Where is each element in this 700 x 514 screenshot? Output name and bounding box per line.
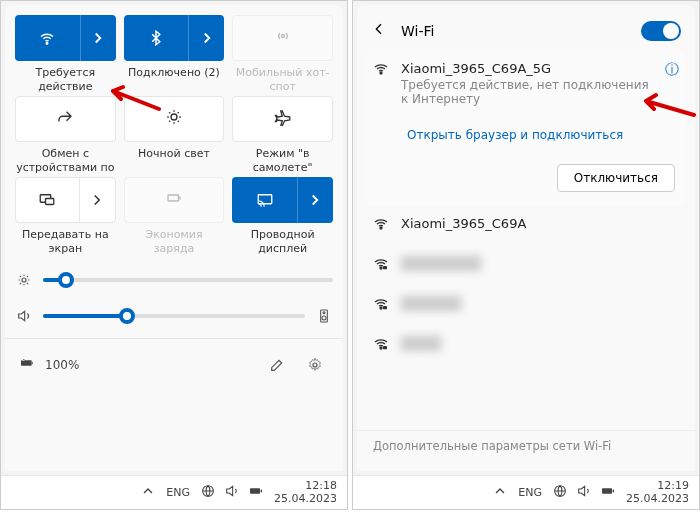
wifi-signal-lock-icon [373,336,389,356]
wifi-title: Wi-Fi [401,23,627,39]
cast-expand[interactable] [297,177,333,223]
language-indicator[interactable]: ENG [518,486,542,499]
network-item-current[interactable]: Xiaomi_3965_C69A_5G Требуется действие, … [367,51,685,206]
taskbar-left: ENG 12:18 25.04.2023 [1,475,347,509]
network-name: ████ [401,336,441,351]
svg-rect-5 [168,195,179,201]
network-tray-icon [552,483,568,502]
battery-saver-tile[interactable] [124,177,225,223]
clock[interactable]: 12:19 25.04.2023 [626,480,689,504]
audio-output-button[interactable] [315,308,333,324]
wifi-header: Wi-Fi [367,15,685,51]
brightness-track[interactable] [43,278,333,282]
nearby-share-tile[interactable] [15,96,116,142]
network-name: ██████ [401,296,461,311]
project-tile[interactable] [15,177,116,223]
clock[interactable]: 12:18 25.04.2023 [274,480,337,504]
quick-settings-body: Требуется действие Подключено (2) Мобиль… [5,5,343,471]
network-item[interactable]: ████████ [367,246,685,286]
svg-rect-25 [613,490,614,493]
brightness-thumb[interactable] [58,272,74,288]
svg-rect-20 [383,306,387,309]
svg-point-19 [380,307,382,309]
wifi-signal-icon [373,61,389,81]
network-item[interactable]: ██████ [367,286,685,326]
svg-point-17 [380,267,382,269]
brightness-icon [15,272,33,288]
wifi-signal-lock-icon [373,296,389,316]
time: 12:19 [626,480,689,492]
open-browser-link[interactable]: Открыть браузер и подключиться [407,128,679,142]
divider [5,338,343,339]
volume-fill [43,314,127,318]
time: 12:18 [274,480,337,492]
network-name: Xiaomi_3965_C69A [401,216,526,231]
wifi-expand[interactable] [80,15,116,61]
volume-slider[interactable] [15,302,333,330]
edit-button[interactable] [263,351,291,379]
volume-tray-icon [576,483,592,502]
volume-thumb[interactable] [119,308,135,324]
wifi-more-settings[interactable]: Дополнительные параметры сети Wi-Fi [357,430,695,461]
airplane-tile[interactable] [232,96,333,142]
wifi-icon [15,15,80,61]
project-expand[interactable] [79,178,115,222]
svg-point-7 [22,278,26,282]
share-icon [56,108,74,130]
svg-point-9 [322,316,326,320]
nightlight-label: Ночной свет [124,147,225,177]
svg-rect-14 [261,490,262,493]
language-indicator[interactable]: ENG [166,486,190,499]
svg-rect-22 [383,346,387,349]
system-tray[interactable] [552,483,616,502]
svg-point-0 [47,43,49,45]
system-tray[interactable] [200,483,264,502]
svg-point-1 [281,35,284,38]
tray-chevron-icon[interactable] [140,483,156,502]
bluetooth-expand[interactable] [188,15,224,61]
back-button[interactable] [371,21,387,41]
wifi-toggle[interactable] [641,21,681,41]
battery-tray-icon [600,483,616,502]
svg-rect-4 [46,199,54,205]
battery-tray-icon [248,483,264,502]
nightlight-icon [165,108,183,130]
battery-saver-icon [165,189,183,211]
tray-chevron-icon[interactable] [492,483,508,502]
bluetooth-icon [124,15,189,61]
volume-track[interactable] [43,314,305,318]
cast-icon [232,177,297,223]
settings-button[interactable] [301,351,329,379]
volume-icon [15,308,33,324]
quick-settings-footer: 100% [15,347,333,383]
network-tray-icon [200,483,216,502]
svg-point-21 [380,347,382,349]
quick-settings-panel: Требуется действие Подключено (2) Мобиль… [0,0,348,510]
disconnect-button[interactable]: Отключиться [557,164,675,192]
project-label: Передавать на экран [15,228,116,258]
battery-text: 100% [45,358,79,372]
wifi-label: Требуется действие [15,66,116,96]
network-name: ████████ [401,256,481,271]
bluetooth-tile[interactable] [124,15,225,61]
wifi-tile[interactable] [15,15,116,61]
battery-saver-label: Экономия заряда [124,228,225,258]
battery-status-icon [19,355,35,375]
cast-tile[interactable] [232,177,333,223]
svg-rect-18 [383,266,387,269]
brightness-slider[interactable] [15,266,333,294]
volume-tray-icon [224,483,240,502]
info-icon[interactable]: ⓘ [665,61,679,79]
svg-point-2 [171,114,177,120]
hotspot-icon [274,27,292,49]
network-name: Xiaomi_3965_C69A_5G [401,61,653,76]
svg-point-16 [380,227,382,229]
date: 25.04.2023 [626,493,689,505]
network-item[interactable]: ████ [367,326,685,366]
network-item[interactable]: Xiaomi_3965_C69A [367,206,685,246]
nightlight-tile[interactable] [124,96,225,142]
quick-actions-row-1 [15,15,333,61]
hotspot-tile[interactable] [232,15,333,61]
svg-point-15 [380,72,382,74]
network-status: Требуется действие, нет подключения к Ин… [401,78,653,106]
